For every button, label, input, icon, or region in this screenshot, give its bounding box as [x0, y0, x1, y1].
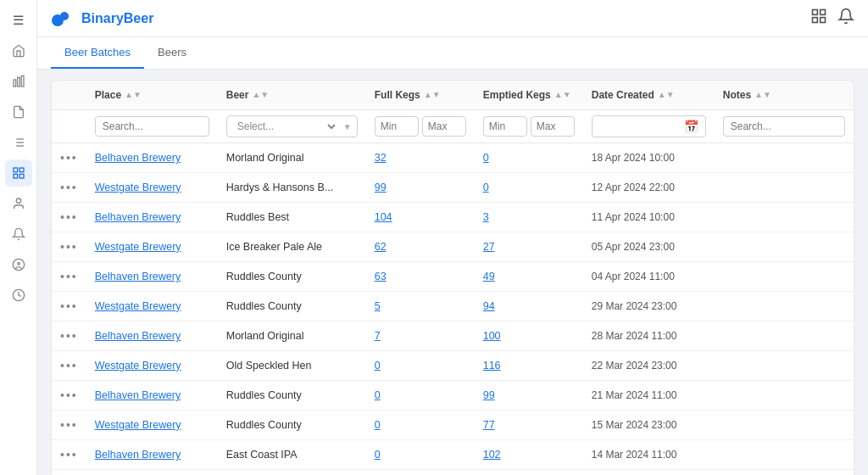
table-row: ••• Westgate Brewery Old Speckled Hen 0 …	[52, 351, 854, 381]
clock-icon[interactable]	[5, 282, 32, 309]
tab-beer-batches[interactable]: Beer Batches	[51, 37, 144, 69]
tab-beers[interactable]: Beers	[144, 37, 200, 69]
bar-chart-icon[interactable]	[5, 68, 32, 95]
row-place-link[interactable]: Belhaven Brewery	[95, 152, 181, 164]
sort-emptied-kegs-icon[interactable]: ▲▼	[554, 91, 571, 99]
filter-emptied-kegs-max-input[interactable]	[531, 116, 575, 137]
row-emptied-kegs-link[interactable]: 0	[483, 182, 489, 193]
sort-notes-icon[interactable]: ▲▼	[754, 91, 771, 99]
row-emptied-kegs-link[interactable]: 77	[483, 419, 495, 431]
row-full-kegs-link[interactable]: 32	[375, 152, 387, 164]
col-header-emptied-kegs[interactable]: Emptied Kegs ▲▼	[475, 81, 583, 110]
list-icon[interactable]	[5, 129, 32, 156]
row-notes-cell	[715, 381, 854, 411]
col-header-place[interactable]: Place ▲▼	[86, 81, 218, 110]
grid-icon[interactable]	[5, 159, 32, 187]
row-place-link[interactable]: Belhaven Brewery	[95, 330, 181, 342]
user-circle-icon[interactable]	[5, 251, 32, 278]
row-context-menu[interactable]: •••	[60, 448, 78, 461]
row-context-menu[interactable]: •••	[60, 388, 78, 402]
sort-place-icon[interactable]: ▲▼	[125, 91, 142, 99]
row-emptied-kegs-link[interactable]: 116	[483, 360, 501, 372]
row-full-kegs-link[interactable]: 0	[375, 449, 381, 461]
row-full-kegs-link[interactable]: 7	[375, 330, 381, 342]
row-full-kegs-link[interactable]: 0	[375, 389, 381, 401]
row-place-cell: Belhaven Brewery	[86, 262, 218, 292]
row-place-link[interactable]: Westgate Brewery	[95, 300, 181, 312]
row-beer-cell: Ruddles County	[218, 262, 366, 292]
row-emptied-kegs-link[interactable]: 100	[483, 330, 501, 342]
sort-date-icon[interactable]: ▲▼	[658, 91, 675, 99]
filter-full-kegs-min-input[interactable]	[375, 116, 419, 137]
row-emptied-kegs-link[interactable]: 49	[483, 271, 495, 282]
row-emptied-kegs-link[interactable]: 99	[483, 389, 495, 401]
filter-full-kegs-max-input[interactable]	[422, 116, 466, 137]
row-place-link[interactable]: Westgate Brewery	[95, 241, 181, 253]
table-row: ••• Belhaven Brewery East Coast IPA 0 10…	[52, 440, 854, 470]
row-beer-cell: Hardys & Hansons B...	[218, 173, 366, 203]
row-full-kegs-link[interactable]: 99	[375, 182, 387, 193]
calendar-icon[interactable]: 📅	[684, 120, 698, 133]
row-emptied-kegs-link[interactable]: 3	[483, 211, 489, 223]
svg-rect-20	[821, 18, 826, 23]
row-context-menu[interactable]: •••	[60, 359, 78, 372]
row-place-cell: Belhaven Brewery	[86, 440, 218, 470]
row-full-kegs-link[interactable]: 62	[375, 241, 387, 253]
row-emptied-kegs-link[interactable]: 27	[483, 241, 495, 253]
row-beer-cell: Twisted Thistle IPA	[218, 470, 366, 476]
row-full-kegs-cell: 0	[366, 381, 475, 411]
filter-emptied-kegs-min-input[interactable]	[483, 116, 527, 137]
col-header-full-kegs[interactable]: Full Kegs ▲▼	[366, 81, 475, 110]
row-context-menu[interactable]: •••	[60, 240, 78, 254]
row-emptied-kegs-cell: 0	[475, 143, 583, 173]
sort-full-kegs-icon[interactable]: ▲▼	[424, 91, 441, 99]
row-place-link[interactable]: Westgate Brewery	[95, 419, 181, 431]
document-icon[interactable]	[5, 98, 32, 126]
tabs-bar: Beer Batches Beers	[37, 37, 868, 70]
row-context-menu[interactable]: •••	[60, 210, 78, 224]
row-date-cell: 21 Mar 2024 11:00	[583, 381, 715, 411]
row-place-cell: Belhaven Brewery	[86, 143, 218, 173]
bell-icon[interactable]	[5, 221, 32, 248]
row-place-link[interactable]: Belhaven Brewery	[95, 389, 181, 401]
row-full-kegs-link[interactable]: 63	[375, 271, 387, 282]
grid-header-icon[interactable]	[810, 8, 827, 29]
filter-place-input[interactable]	[95, 116, 209, 137]
row-context-menu[interactable]: •••	[60, 151, 78, 165]
row-context-menu[interactable]: •••	[60, 299, 78, 313]
bell-header-icon[interactable]	[837, 8, 854, 29]
person-icon[interactable]	[5, 190, 32, 217]
row-full-kegs-link[interactable]: 5	[375, 300, 381, 312]
filter-notes-input[interactable]	[723, 116, 845, 137]
filter-beer-select-wrapper: Select... ▼	[226, 115, 358, 137]
row-emptied-kegs-link[interactable]: 94	[483, 300, 495, 312]
row-context-menu[interactable]: •••	[60, 418, 78, 432]
row-context-menu[interactable]: •••	[60, 270, 78, 283]
col-header-date-created[interactable]: Date Created ▲▼	[583, 81, 715, 110]
row-full-kegs-link[interactable]: 0	[375, 419, 381, 431]
sidebar: ☰	[0, 0, 37, 475]
row-full-kegs-link[interactable]: 104	[375, 211, 392, 223]
row-full-kegs-cell: 0	[366, 470, 475, 476]
top-header: BinaryBeer	[37, 0, 868, 37]
row-emptied-kegs-link[interactable]: 0	[483, 152, 489, 164]
row-actions-cell: •••	[52, 470, 86, 476]
row-place-link[interactable]: Belhaven Brewery	[95, 211, 181, 223]
row-context-menu[interactable]: •••	[60, 181, 78, 194]
row-emptied-kegs-link[interactable]: 102	[483, 449, 501, 461]
row-place-link[interactable]: Belhaven Brewery	[95, 271, 181, 282]
row-context-menu[interactable]: •••	[60, 329, 78, 343]
filter-date-input[interactable]	[599, 120, 684, 132]
row-place-link[interactable]: Belhaven Brewery	[95, 449, 181, 461]
row-place-link[interactable]: Westgate Brewery	[95, 182, 181, 193]
row-place-link[interactable]: Westgate Brewery	[95, 360, 181, 372]
home-icon[interactable]	[5, 37, 32, 64]
col-header-beer[interactable]: Beer ▲▼	[218, 81, 366, 110]
table-row: ••• Belhaven Brewery Morland Original 32…	[52, 143, 854, 173]
row-full-kegs-cell: 99	[366, 173, 475, 203]
sort-beer-icon[interactable]: ▲▼	[252, 91, 269, 99]
col-header-notes[interactable]: Notes ▲▼	[715, 81, 854, 110]
filter-beer-select[interactable]: Select...	[227, 116, 338, 137]
hamburger-icon[interactable]: ☰	[5, 7, 32, 34]
row-full-kegs-link[interactable]: 0	[375, 360, 381, 372]
